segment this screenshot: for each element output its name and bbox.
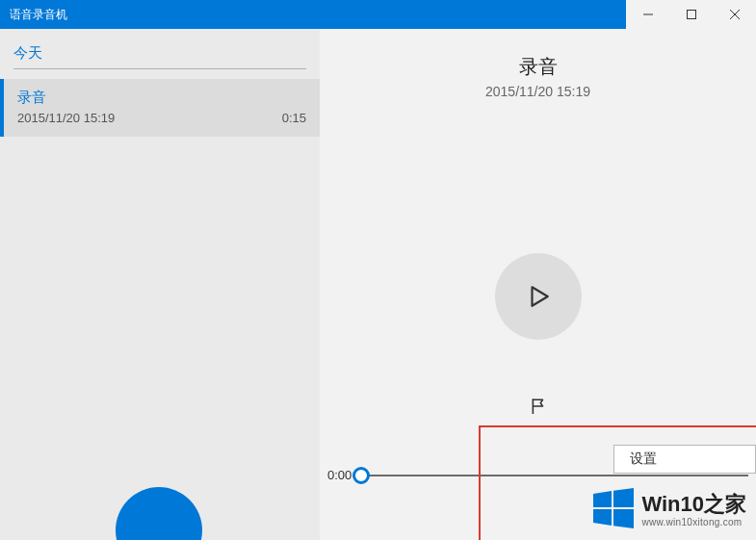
recording-list-item[interactable]: 录音 2015/11/20 15:19 0:15 (0, 79, 320, 137)
settings-label: 设置 (630, 450, 657, 468)
svg-marker-4 (532, 287, 547, 306)
recordings-sidebar: 今天 录音 2015/11/20 15:19 0:15 (0, 29, 320, 540)
svg-rect-1 (687, 11, 695, 19)
record-button[interactable] (116, 487, 202, 540)
section-header-today: 今天 (13, 29, 306, 69)
play-icon (526, 284, 551, 309)
recording-title: 录音 (485, 54, 590, 80)
app-title: 语音录音机 (0, 7, 626, 23)
marker-flag-icon[interactable] (530, 398, 547, 419)
timeline-track[interactable] (361, 475, 748, 476)
current-time-label: 0:00 (327, 468, 352, 482)
window-controls (626, 0, 756, 29)
close-button[interactable] (713, 0, 756, 29)
titlebar: 语音录音机 (0, 0, 756, 29)
svg-marker-8 (613, 509, 634, 528)
svg-marker-6 (613, 488, 634, 507)
minimize-button[interactable] (626, 0, 669, 29)
recording-item-duration: 0:15 (282, 111, 306, 125)
watermark-brand: Win10 (641, 492, 704, 516)
watermark-suffix: 之家 (704, 492, 746, 516)
timeline-thumb[interactable] (352, 467, 370, 484)
svg-marker-7 (593, 509, 612, 526)
watermark: Win10之家 www.win10xitong.com (591, 486, 746, 534)
play-button[interactable] (495, 253, 582, 340)
maximize-button[interactable] (669, 0, 713, 29)
recording-item-title: 录音 (17, 89, 306, 107)
windows-logo-icon (591, 486, 636, 534)
recording-datetime: 2015/11/20 15:19 (485, 84, 590, 99)
recording-item-datetime: 2015/11/20 15:19 (17, 111, 115, 125)
watermark-url: www.win10xitong.com (641, 517, 746, 527)
settings-menu-item[interactable]: 设置 (613, 445, 756, 474)
svg-marker-5 (593, 491, 612, 507)
